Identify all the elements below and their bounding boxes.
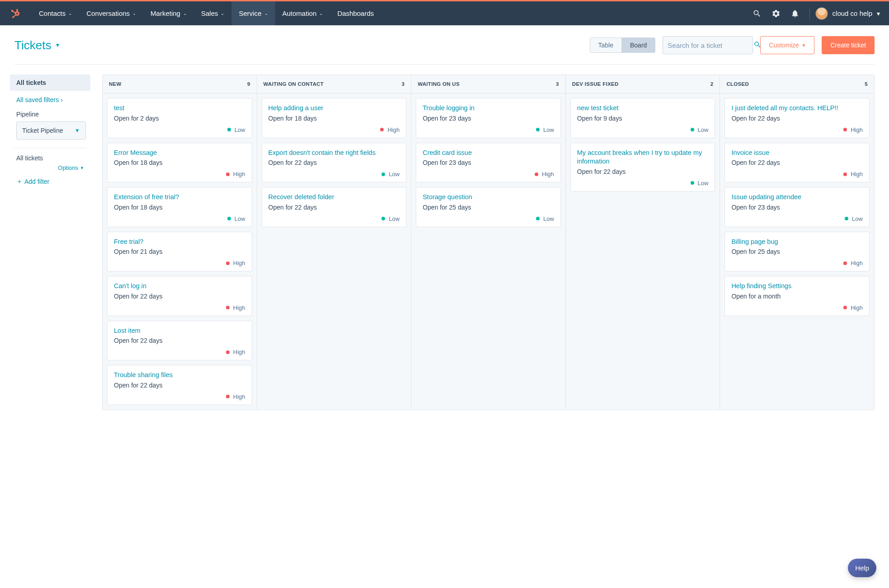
search-input[interactable] bbox=[668, 42, 753, 49]
ticket-open-duration: Open for 22 days bbox=[268, 204, 400, 211]
search-icon[interactable] bbox=[753, 9, 762, 18]
ticket-footer: High bbox=[268, 126, 400, 133]
ticket-open-duration: Open for 22 days bbox=[114, 337, 245, 344]
ticket-footer: High bbox=[731, 304, 863, 311]
ticket-footer: Low bbox=[731, 215, 863, 222]
ticket-card[interactable]: Recover deleted folderOpen for 22 daysLo… bbox=[262, 187, 407, 227]
ticket-card[interactable]: Help finding SettingsOpen for a monthHig… bbox=[724, 276, 870, 316]
ticket-title: Help finding Settings bbox=[731, 282, 863, 291]
ticket-card[interactable]: Trouble sharing filesOpen for 22 daysHig… bbox=[107, 365, 252, 405]
nav-item-label: Marketing bbox=[151, 9, 180, 17]
ticket-card[interactable]: Extension of free trial?Open for 18 days… bbox=[107, 187, 252, 227]
sidebar-all-saved-filters[interactable]: All saved filters › bbox=[10, 91, 90, 109]
nav-item-label: Conversations bbox=[86, 9, 130, 17]
ticket-card[interactable]: I just deleted all my contacts. HELP!!Op… bbox=[724, 98, 870, 138]
column-body: new test ticketOpen for 9 daysLowMy acco… bbox=[566, 93, 720, 196]
pipeline-label: Pipeline bbox=[10, 109, 90, 121]
page-title-dropdown[interactable]: Tickets ▼ bbox=[14, 38, 60, 52]
ticket-footer: Low bbox=[114, 126, 245, 133]
priority-label: High bbox=[851, 260, 863, 266]
priority-label: High bbox=[542, 171, 554, 177]
ticket-open-duration: Open for 18 days bbox=[114, 204, 245, 211]
ticket-card[interactable]: Invoice issueOpen for 22 daysHigh bbox=[724, 143, 870, 183]
ticket-open-duration: Open for a month bbox=[731, 293, 863, 300]
gear-icon[interactable] bbox=[771, 9, 781, 18]
nav-item-contacts[interactable]: Contacts⌄ bbox=[32, 1, 79, 25]
create-ticket-button[interactable]: Create ticket bbox=[822, 36, 875, 54]
ticket-card[interactable]: Issue updating attendeeOpen for 23 daysL… bbox=[724, 187, 870, 227]
column-body: testOpen for 2 daysLowError MessageOpen … bbox=[103, 93, 257, 410]
ticket-title: Lost item bbox=[114, 327, 245, 336]
priority-label: Low bbox=[389, 171, 400, 177]
ticket-card[interactable]: new test ticketOpen for 9 daysLow bbox=[570, 98, 715, 138]
ticket-card[interactable]: Export doesn't contain the right fieldsO… bbox=[262, 143, 407, 183]
nav-item-label: Automation bbox=[282, 9, 317, 17]
nav-item-marketing[interactable]: Marketing⌄ bbox=[143, 1, 194, 25]
priority-label: Low bbox=[543, 215, 554, 222]
ticket-card[interactable]: Lost itemOpen for 22 daysHigh bbox=[107, 321, 252, 361]
chevron-down-icon: ⌄ bbox=[68, 11, 72, 16]
customize-button[interactable]: Customize ▼ bbox=[760, 36, 814, 54]
priority-label: Low bbox=[235, 215, 245, 222]
pipeline-value: Ticket Pipeline bbox=[22, 127, 63, 134]
ticket-card[interactable]: Storage questionOpen for 25 daysLow bbox=[416, 187, 561, 227]
hubspot-logo-icon[interactable] bbox=[9, 8, 21, 19]
priority-dot-icon bbox=[843, 128, 847, 131]
board-column: WAITING ON CONTACT3Help adding a userOpe… bbox=[257, 75, 412, 410]
ticket-open-duration: Open for 25 days bbox=[423, 204, 554, 211]
saved-filters-label: All saved filters bbox=[16, 96, 59, 103]
ticket-title: Trouble logging in bbox=[423, 104, 554, 113]
view-toggle-table[interactable]: Table bbox=[590, 38, 621, 52]
options-label: Options bbox=[58, 164, 78, 171]
customize-label: Customize bbox=[769, 42, 799, 49]
ticket-open-duration: Open for 25 days bbox=[731, 248, 863, 255]
priority-dot-icon bbox=[226, 350, 230, 354]
column-body: Trouble logging inOpen for 23 daysLowCre… bbox=[411, 93, 565, 232]
add-filter-button[interactable]: ＋ Add filter bbox=[10, 171, 90, 192]
ticket-footer: Low bbox=[577, 126, 709, 133]
priority-dot-icon bbox=[843, 173, 847, 176]
account-menu[interactable]: cloud co help ▾ bbox=[815, 7, 880, 20]
ticket-card[interactable]: testOpen for 2 daysLow bbox=[107, 98, 252, 138]
priority-dot-icon bbox=[380, 128, 384, 131]
nav-item-dashboards[interactable]: Dashboards bbox=[330, 1, 381, 25]
board-scroll[interactable]: NEW9testOpen for 2 daysLowError MessageO… bbox=[102, 75, 875, 410]
ticket-open-duration: Open for 22 days bbox=[731, 159, 863, 166]
sidebar-all-tickets[interactable]: All tickets bbox=[10, 75, 90, 91]
nav-item-sales[interactable]: Sales⌄ bbox=[194, 1, 232, 25]
ticket-card[interactable]: Trouble logging inOpen for 23 daysLow bbox=[416, 98, 561, 138]
options-dropdown[interactable]: Options ▼ bbox=[58, 164, 84, 171]
ticket-title: Storage question bbox=[423, 193, 554, 202]
ticket-title: Trouble sharing files bbox=[114, 371, 245, 380]
column-count: 3 bbox=[556, 81, 559, 87]
nav-item-automation[interactable]: Automation⌄ bbox=[275, 1, 330, 25]
priority-dot-icon bbox=[226, 306, 230, 309]
bell-icon[interactable] bbox=[790, 9, 800, 18]
ticket-card[interactable]: Credit card issueOpen for 23 daysHigh bbox=[416, 143, 561, 183]
ticket-title: Extension of free trial? bbox=[114, 193, 245, 202]
board-column: DEV ISSUE FIXED2new test ticketOpen for … bbox=[566, 75, 720, 410]
priority-dot-icon bbox=[226, 173, 230, 176]
ticket-footer: High bbox=[731, 171, 863, 177]
ticket-card[interactable]: Error MessageOpen for 18 daysHigh bbox=[107, 143, 252, 183]
priority-dot-icon bbox=[691, 128, 694, 131]
ticket-card[interactable]: Help adding a userOpen for 18 daysHigh bbox=[262, 98, 407, 138]
ticket-open-duration: Open for 22 days bbox=[114, 382, 245, 389]
ticket-footer: High bbox=[114, 349, 245, 355]
caret-down-icon: ▼ bbox=[802, 43, 806, 48]
pipeline-select[interactable]: Ticket Pipeline ▼ bbox=[16, 121, 86, 140]
ticket-footer: High bbox=[114, 304, 245, 311]
view-toggle-board[interactable]: Board bbox=[621, 38, 655, 52]
ticket-card[interactable]: My account breaks when I try to update m… bbox=[570, 143, 715, 191]
ticket-card[interactable]: Free trial?Open for 21 daysHigh bbox=[107, 232, 252, 272]
nav-item-label: Dashboards bbox=[337, 9, 374, 17]
ticket-card[interactable]: Can't log inOpen for 22 daysHigh bbox=[107, 276, 252, 316]
nav-item-service[interactable]: Service⌄ bbox=[231, 1, 275, 25]
ticket-title: Billing page bug bbox=[731, 238, 863, 247]
priority-label: High bbox=[233, 393, 245, 400]
nav-item-conversations[interactable]: Conversations⌄ bbox=[79, 1, 143, 25]
ticket-card[interactable]: Billing page bugOpen for 25 daysHigh bbox=[724, 232, 870, 272]
avatar bbox=[815, 7, 828, 20]
ticket-footer: High bbox=[423, 171, 554, 177]
priority-label: Low bbox=[698, 126, 709, 133]
